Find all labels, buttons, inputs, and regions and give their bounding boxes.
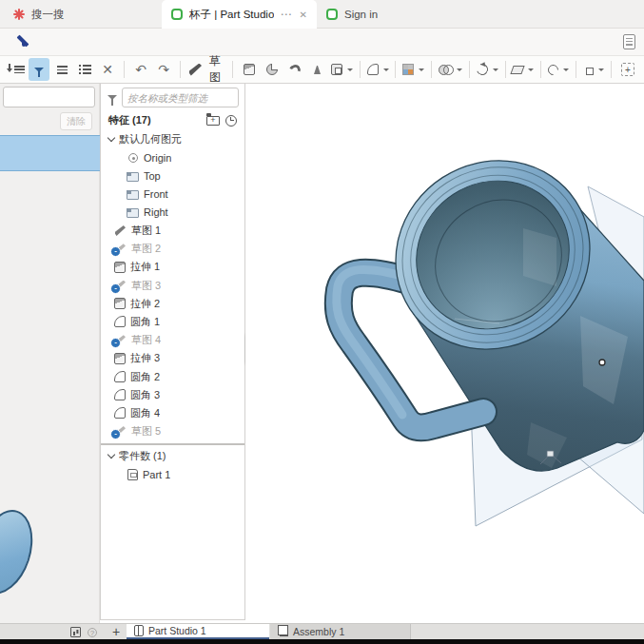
detail-view-button[interactable] <box>74 58 95 81</box>
thicken-icon <box>331 64 342 75</box>
extrude-icon <box>114 298 126 309</box>
tree-item-label: 圆角 3 <box>130 388 160 402</box>
chevron-down-icon <box>107 451 115 459</box>
tree-item[interactable]: Part 1 <box>101 465 244 483</box>
boolean-icon <box>439 65 452 74</box>
notes-panel-icon[interactable] <box>623 34 635 49</box>
tree-item-label: 拉伸 1 <box>130 260 160 274</box>
tree-item[interactable]: 拉伸 1 <box>101 258 244 276</box>
tab-label: Assembly 1 <box>293 626 344 637</box>
browser-tab-search[interactable]: 搜一搜 <box>0 0 162 29</box>
thicken-button[interactable] <box>330 58 354 81</box>
tree-group-parts[interactable]: 零件数 (1) <box>101 447 244 465</box>
boolean-button[interactable] <box>438 58 463 81</box>
sketch-button[interactable]: 草图 <box>186 58 226 81</box>
view-normal-button[interactable] <box>617 58 638 81</box>
sweep-button[interactable] <box>284 58 305 81</box>
part-studio-tab-icon <box>134 625 144 636</box>
tree-item[interactable]: 草图 1 <box>101 222 244 240</box>
tab-close-icon[interactable]: ✕ <box>300 10 307 20</box>
undo-button[interactable]: ↶ <box>130 58 151 81</box>
tree-item-label: 圆角 1 <box>130 315 160 329</box>
help-icon[interactable]: ? <box>88 628 97 637</box>
redo-button[interactable]: ↷ <box>153 58 174 81</box>
tab-menu-icon[interactable]: ⋯ <box>281 8 293 21</box>
folder-add-icon[interactable] <box>206 116 220 126</box>
tree-item-label: Top <box>144 170 161 182</box>
tree-item[interactable]: 圆角 2 <box>101 367 244 385</box>
toolbar-separator <box>360 61 361 78</box>
curve-button[interactable] <box>547 58 570 81</box>
fillet-icon <box>114 407 126 419</box>
toolbar-separator <box>180 61 181 78</box>
tree-filter-input[interactable] <box>122 88 239 107</box>
pencil-icon <box>188 63 203 77</box>
model-canvas <box>245 84 644 623</box>
list-view-button[interactable] <box>51 58 72 81</box>
origin-point[interactable] <box>599 360 605 365</box>
chart-icon[interactable] <box>70 627 81 637</box>
plane-icon <box>127 208 139 218</box>
tree-item[interactable]: 圆角 3 <box>101 386 244 404</box>
rollback-bar[interactable] <box>101 443 244 445</box>
toolbar-separator <box>469 61 470 78</box>
sort-button[interactable] <box>6 58 27 81</box>
left-side-panel: 清除 <box>0 84 100 623</box>
curve-icon <box>546 62 561 77</box>
tree-item[interactable]: Top <box>101 166 244 185</box>
clear-button[interactable]: ✕ <box>97 58 118 81</box>
tree-item[interactable]: 草图 4 <box>101 331 244 349</box>
education-cap-icon[interactable] <box>16 36 31 48</box>
tree-group-features[interactable]: 默认几何图元 <box>101 130 244 148</box>
surface-button[interactable] <box>512 58 536 81</box>
selected-item-highlight[interactable] <box>0 135 100 171</box>
tree-item[interactable]: 草图 5 <box>101 422 244 440</box>
sketch-icon <box>114 224 127 237</box>
list-icon <box>57 66 68 74</box>
fillet-button[interactable] <box>366 58 390 81</box>
sort-icon <box>14 66 25 74</box>
tree-item-label: 圆角 4 <box>130 406 160 420</box>
tree-item-label: Origin <box>144 152 171 164</box>
sketch-icon <box>114 425 127 438</box>
tree-item[interactable]: 草图 2 <box>101 240 244 258</box>
close-icon: ✕ <box>101 63 115 77</box>
clear-filter-button[interactable]: 清除 <box>60 112 92 130</box>
graphics-viewport[interactable] <box>245 84 644 623</box>
filter-button[interactable] <box>29 58 49 81</box>
browser-tab-signin[interactable]: Sign in <box>317 0 423 29</box>
browser-tab-active[interactable]: 杯子 | Part Studio 1 ⋯ ✕ <box>162 0 317 29</box>
plane-icon <box>127 190 139 200</box>
extrude-button[interactable] <box>239 58 260 81</box>
tab-part-studio[interactable]: Part Studio 1 <box>127 624 269 639</box>
feature-toolbar: ✕↶↷草图 <box>0 55 644 84</box>
tree-item[interactable]: 拉伸 3 <box>101 349 244 367</box>
tab-assembly[interactable]: Assembly 1 <box>270 624 411 639</box>
tree-item[interactable]: Right <box>101 204 244 222</box>
tree-item[interactable]: Front <box>101 185 244 204</box>
tree-item[interactable]: 圆角 4 <box>101 404 244 422</box>
chevron-down-icon <box>347 68 353 71</box>
add-tab-button[interactable]: + <box>105 624 127 639</box>
toolbar-separator <box>395 61 396 78</box>
tree-item[interactable]: 拉伸 2 <box>101 295 244 313</box>
toolbar-separator <box>540 61 541 78</box>
browser-tab-label: 搜一搜 <box>31 8 65 22</box>
pattern-icon <box>402 64 414 75</box>
sheet-button[interactable] <box>582 58 605 81</box>
tree-item[interactable]: 草图 3 <box>101 277 244 295</box>
loft-button[interactable] <box>307 58 328 81</box>
pattern-button[interactable] <box>401 58 425 81</box>
tree-item[interactable]: 圆角 1 <box>101 313 244 331</box>
history-clock-icon[interactable] <box>225 115 237 127</box>
tree-item[interactable]: Origin <box>101 148 244 166</box>
revolve-button[interactable] <box>262 58 283 81</box>
tree-item-label: Front <box>144 188 168 200</box>
left-filter-input[interactable] <box>3 87 95 107</box>
sketch-icon <box>114 280 127 292</box>
tab-label: Part Studio 1 <box>148 625 206 636</box>
extrude-icon <box>114 262 126 273</box>
plane-icon <box>127 172 139 182</box>
loft-icon <box>314 66 321 74</box>
transform-button[interactable] <box>476 58 499 81</box>
